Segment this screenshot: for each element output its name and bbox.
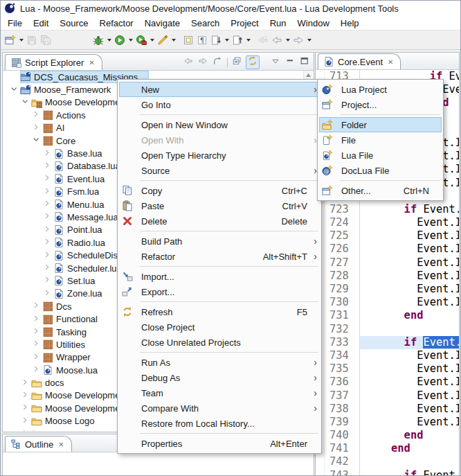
chevron-right-icon[interactable] [42, 252, 53, 260]
chevron-right-icon[interactable] [31, 340, 42, 349]
chevron-right-icon[interactable] [20, 391, 31, 400]
chevron-right-icon[interactable] [42, 150, 53, 158]
chevron-right-icon[interactable] [42, 162, 53, 170]
context-menu-item-properties[interactable]: PropertiesAlt+Enter [119, 436, 320, 451]
code-text[interactable]: end [360, 309, 459, 322]
editor-line-725[interactable]: 725 Event.IniDCSUnitName = Event.IniDCSU… [316, 229, 459, 243]
context-menu-item-import-[interactable]: Import... [119, 269, 320, 284]
chevron-right-icon[interactable] [42, 213, 53, 221]
code-text[interactable]: Event.IniDCSGroup = Event.IniDCSUnit:get… [360, 270, 459, 283]
minimize-view-button[interactable] [284, 56, 296, 69]
context-menu-item-refactor[interactable]: RefactorAlt+Shift+T› [119, 249, 320, 264]
dropdown-caret-icon[interactable] [307, 39, 311, 42]
chevron-right-icon[interactable] [42, 200, 53, 209]
forward-button[interactable] [291, 32, 305, 49]
dropdown-caret-icon[interactable] [129, 39, 133, 42]
code-text[interactable]: end [360, 429, 459, 442]
menubar-item-file[interactable]: File [2, 17, 28, 29]
dropdown-caret-icon[interactable] [107, 39, 111, 42]
menubar-item-run[interactable]: Run [264, 17, 292, 29]
show-whitespace-button[interactable]: ¶ [195, 32, 209, 49]
run-external-button[interactable] [134, 32, 148, 49]
maximize-view-button[interactable] [298, 56, 311, 69]
editor-line-737[interactable]: 737 Event.IniUnit = STATIC:FindByName( E… [316, 389, 459, 403]
code-text[interactable]: end [360, 442, 459, 455]
code-text[interactable]: Event.IniUnitName = Event.IniDCSUnitName [360, 376, 459, 389]
context-menu-item-build-path[interactable]: Build Path› [119, 233, 320, 249]
chevron-right-icon[interactable] [42, 290, 53, 298]
collapse-all-button[interactable] [231, 56, 244, 69]
chevron-right-icon[interactable] [20, 417, 31, 425]
view-back-button[interactable] [182, 56, 195, 69]
context-menu-item-debug-as[interactable]: Debug As› [119, 370, 320, 385]
chevron-right-icon[interactable] [31, 302, 42, 310]
dropdown-caret-icon[interactable] [19, 39, 24, 42]
context-menu-item-new[interactable]: New› [119, 82, 320, 97]
editor-line-726[interactable]: 726 Event.IniUnitName = Event.IniDCSUnit… [316, 243, 459, 256]
view-forward-button[interactable] [197, 56, 209, 69]
view-menu-button[interactable] [269, 56, 282, 69]
editor-line-738[interactable]: 738 Event.IniDCSGroupName = Event.IniDCS… [316, 403, 459, 416]
editor-line-740[interactable]: 740 end [316, 429, 459, 442]
context-menu-item-open-type-hierarchy[interactable]: Open Type Hierarchy [119, 148, 320, 163]
close-icon[interactable]: ✕ [388, 58, 393, 66]
mark-brush-button[interactable] [156, 32, 170, 49]
menubar-item-project[interactable]: Project [225, 17, 264, 29]
dropdown-caret-icon[interactable] [286, 39, 290, 42]
editor-line-724[interactable]: 724 Event.IniDCSUnit = Event.initiator [316, 216, 459, 229]
code-text[interactable]: if Event.IniObjectCategory == Object.Cat… [360, 203, 459, 216]
chevron-right-icon[interactable] [31, 353, 42, 362]
chevron-right-icon[interactable] [42, 175, 53, 183]
dropdown-caret-icon[interactable] [172, 39, 176, 42]
chevron-right-icon[interactable] [42, 276, 53, 285]
new-submenu-item-lua-project[interactable]: Lua Project [319, 82, 442, 97]
tab-script-explorer[interactable]: Script Explorer ✕ [5, 54, 102, 70]
chevron-right-icon[interactable] [31, 328, 42, 336]
editor-line-729[interactable]: 729 Event.IniDCSGroupName = Event.IniDCS… [316, 283, 459, 296]
editor-line-741[interactable]: 741 end [316, 442, 459, 455]
editor-line-743[interactable]: 743 if Event.target then [316, 469, 459, 475]
menubar-item-refactor[interactable]: Refactor [94, 17, 139, 29]
context-menu-item-close-unrelated-projects[interactable]: Close Unrelated Projects [119, 335, 320, 350]
code-text[interactable]: Event.IniDCSGroupName = Event.IniDCSGrou… [360, 283, 459, 296]
chevron-down-icon[interactable] [31, 136, 42, 145]
next-annotation-button[interactable] [209, 32, 223, 49]
code-text[interactable]: Event.IniUnit = STATIC:FindByName( Event… [360, 389, 459, 403]
editor-line-733[interactable]: 733 if Event.IniObjectCategory == Object… [316, 336, 459, 349]
dropdown-caret-icon[interactable] [225, 39, 229, 42]
mark-occurrences-button[interactable] [181, 32, 195, 49]
dropdown-caret-icon[interactable] [246, 39, 251, 42]
context-menu-item-close-project[interactable]: Close Project [119, 319, 320, 335]
chevron-right-icon[interactable] [31, 124, 42, 132]
chevron-right-icon[interactable] [42, 264, 53, 272]
run-button[interactable] [113, 32, 127, 49]
new-submenu-item-other-[interactable]: Other...Ctrl+N [319, 183, 442, 198]
code-text[interactable] [360, 455, 459, 468]
chevron-right-icon[interactable] [31, 366, 42, 374]
context-menu-item-restore-from-local-history-[interactable]: Restore from Local History... [119, 416, 320, 431]
context-menu-item-open-in-new-window[interactable]: Open in New Window [119, 117, 320, 132]
link-editor-button[interactable] [246, 55, 260, 69]
context-menu-item-export-[interactable]: Export... [119, 284, 320, 299]
context-menu-item-refresh[interactable]: RefreshF5 [119, 304, 320, 319]
editor-line-734[interactable]: 734 Event.IniDCSUnit = Event.initiator [316, 349, 459, 362]
code-text[interactable]: if Event.target then [360, 469, 459, 475]
tab-core-event[interactable]: Core.Event ✕ [318, 53, 401, 69]
new-submenu-item-doclua-file[interactable]: @DocLua File [319, 163, 442, 178]
context-menu-item-source[interactable]: Source› [119, 163, 320, 178]
chevron-down-icon[interactable] [20, 98, 31, 107]
editor-line-730[interactable]: 730 Event.IniGroupName = Event.IniDCSGro… [316, 296, 459, 309]
editor-line-735[interactable]: 735 Event.IniDCSUnitName = Event.IniDCSU… [316, 362, 459, 376]
context-menu-item-delete[interactable]: DeleteDelete [119, 213, 320, 229]
dropdown-caret-icon[interactable] [150, 39, 154, 42]
context-menu-item-paste[interactable]: PasteCtrl+V [119, 198, 320, 213]
context-menu-item-run-as[interactable]: Run As› [119, 355, 320, 370]
chevron-right-icon[interactable] [20, 379, 31, 387]
editor-line-731[interactable]: 731 end [316, 309, 459, 322]
code-text[interactable]: Event.IniDCSUnitName = Event.IniDCSUnit:… [360, 362, 459, 376]
prev-annotation-button[interactable] [230, 32, 244, 49]
menubar-item-source[interactable]: Source [54, 17, 93, 29]
code-text[interactable]: Event.IniUnitName = Event.IniDCSUnitName [360, 243, 459, 256]
debug-button[interactable] [91, 32, 105, 49]
editor-line-728[interactable]: 728 Event.IniDCSGroup = Event.IniDCSUnit… [316, 270, 459, 283]
